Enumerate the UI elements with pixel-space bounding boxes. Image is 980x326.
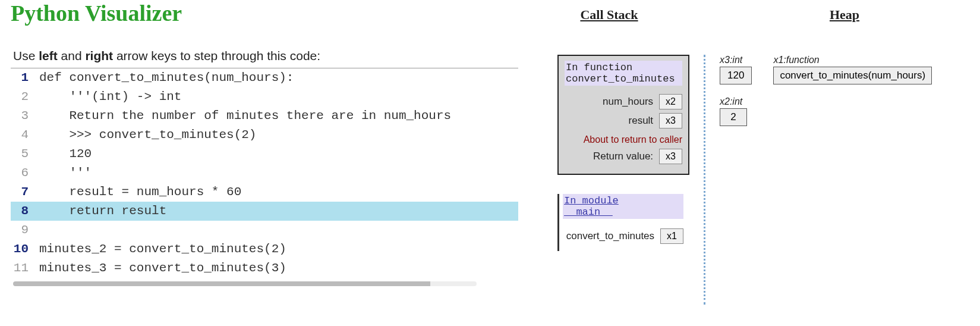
heap-object: x2:int 2: [720, 96, 747, 126]
return-value-row: Return value: x3: [565, 149, 682, 164]
variable-name: convert_to_minutes: [566, 230, 654, 242]
code-line[interactable]: 7 result = num_hours * 60: [11, 183, 518, 202]
line-number: 10: [11, 240, 39, 259]
frame-variable-row: convert_to_minutes x1: [563, 228, 683, 244]
code-line[interactable]: 5 120: [11, 145, 518, 164]
variable-name: result: [629, 115, 654, 127]
line-number: 8: [11, 202, 39, 221]
heap-object-value: 120: [720, 67, 752, 84]
code-text: def convert_to_minutes(num_hours):: [39, 68, 518, 87]
code-line[interactable]: 11minutes_3 = convert_to_minutes(3): [11, 259, 518, 278]
instructions-text: Use left and right arrow keys to step th…: [11, 49, 529, 63]
code-text: >>> convert_to_minutes(2): [39, 126, 518, 145]
line-number: 11: [11, 259, 39, 278]
heap-object-label: x3:int: [720, 55, 752, 65]
frame-header[interactable]: In module __main__: [563, 194, 683, 219]
heap-object: x3:int 120: [720, 55, 752, 84]
code-text: minutes_2 = convert_to_minutes(2): [39, 240, 518, 259]
code-line[interactable]: 1def convert_to_minutes(num_hours):: [11, 68, 518, 87]
return-label: Return value:: [593, 151, 653, 162]
heap-panel: Heap x3:int 120 x1:function convert_to_m…: [720, 0, 969, 305]
line-number: 5: [11, 145, 39, 164]
code-line[interactable]: 6 ''': [11, 164, 518, 183]
code-text: 120: [39, 145, 518, 164]
code-text: return result: [39, 202, 518, 221]
code-text: ''': [39, 164, 518, 183]
heap-object-value: 2: [720, 108, 747, 126]
frame-header: In function convert_to_minutes: [565, 61, 682, 86]
code-line[interactable]: 3 Return the number of minutes there are…: [11, 106, 518, 126]
variable-ref[interactable]: x2: [659, 94, 682, 109]
heap-heading: Heap: [720, 7, 969, 23]
heap-object-label: x1:function: [773, 55, 932, 65]
line-number: 7: [11, 183, 39, 202]
code-text: result = num_hours * 60: [39, 183, 518, 202]
stack-frame-current: In function convert_to_minutes num_hours…: [557, 55, 689, 175]
line-number: 1: [11, 68, 39, 87]
variable-name: num_hours: [603, 96, 653, 108]
call-stack-heading: Call Stack: [529, 7, 689, 23]
code-line[interactable]: 2 '''(int) -> int: [11, 87, 518, 106]
code-line[interactable]: 4 >>> convert_to_minutes(2): [11, 126, 518, 145]
line-number: 2: [11, 87, 39, 106]
code-line[interactable]: 10minutes_2 = convert_to_minutes(2): [11, 240, 518, 259]
horizontal-scrollbar[interactable]: [13, 281, 477, 286]
heap-object: x1:function convert_to_minutes(num_hours…: [773, 55, 932, 84]
frame-variable-row: num_hours x2: [565, 94, 682, 109]
variable-ref[interactable]: x1: [660, 228, 683, 244]
code-listing[interactable]: 1def convert_to_minutes(num_hours):2 '''…: [11, 68, 518, 278]
line-number: 3: [11, 106, 39, 126]
variable-ref[interactable]: x3: [659, 113, 682, 128]
frame-variable-row: result x3: [565, 113, 682, 128]
heap-object-value: convert_to_minutes(num_hours): [773, 67, 932, 84]
line-number: 4: [11, 126, 39, 145]
code-line[interactable]: 9: [11, 221, 518, 240]
code-text: Return the number of minutes there are i…: [39, 106, 518, 126]
heap-object-label: x2:int: [720, 96, 747, 107]
page-title: Python Visualizer: [11, 0, 529, 26]
code-text: minutes_3 = convert_to_minutes(3): [39, 259, 518, 278]
panel-divider: [704, 55, 705, 305]
code-panel: Python Visualizer Use left and right arr…: [0, 0, 529, 305]
line-number: 9: [11, 221, 39, 240]
return-notice: About to return to caller: [565, 134, 682, 145]
code-text: '''(int) -> int: [39, 87, 518, 106]
code-line[interactable]: 8 return result: [11, 202, 518, 221]
line-number: 6: [11, 164, 39, 183]
stack-frame-module: In module __main__ convert_to_minutes x1: [557, 194, 689, 251]
call-stack-panel: Call Stack In function convert_to_minute…: [529, 0, 689, 305]
return-ref[interactable]: x3: [659, 149, 682, 164]
